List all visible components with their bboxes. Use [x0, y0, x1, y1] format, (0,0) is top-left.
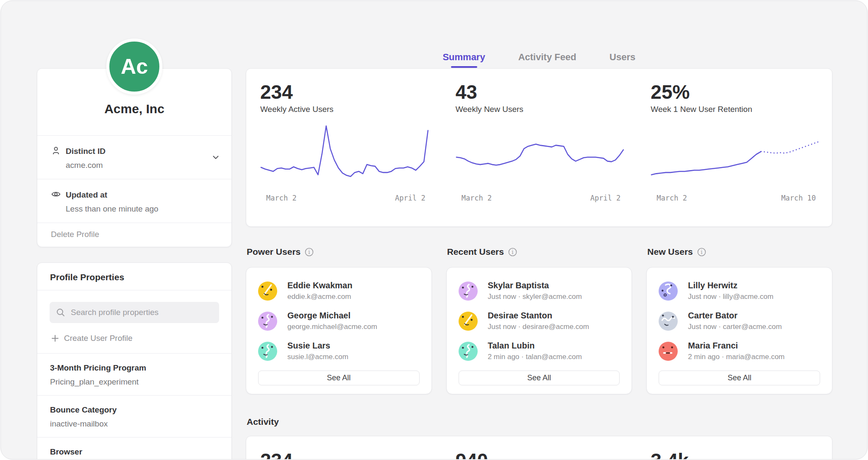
tab-users[interactable]: Users: [609, 52, 636, 68]
user-avatar: [459, 342, 478, 361]
info-icon[interactable]: i: [697, 248, 706, 256]
tab-activity-feed[interactable]: Activity Feed: [518, 52, 576, 68]
tab-bar: SummaryActivity FeedUsers: [246, 52, 832, 68]
user-list-item-george-michael[interactable]: George Michaelgeorge.michael@acme.com: [258, 310, 420, 332]
stat-value: 25%: [651, 81, 819, 103]
see-all-button[interactable]: See All: [459, 371, 620, 385]
profile-row-updated-at: Updated atLess than one minute ago: [37, 179, 231, 223]
user-list-item-maria-franci[interactable]: Maria Franci2 min ago · maria@acme.com: [659, 340, 820, 362]
user-list-item-skylar-baptista[interactable]: Skylar BaptistaJust now · skyler@acme.co…: [459, 280, 620, 301]
create-user-profile-label: Create User Profile: [64, 334, 133, 343]
property-item-3-month-pricing-program[interactable]: 3-Month Pricing ProgramPricing_plan_expe…: [37, 354, 231, 396]
stat-week-1-new-user-retention: 25%Week 1 New User RetentionMarch 2March…: [637, 81, 832, 226]
user-meta: Just now · carter@acme.com: [688, 322, 782, 332]
profile-row-value: acme.com: [66, 160, 106, 170]
user-name: Lilly Herwitz: [688, 280, 773, 291]
user-avatar: [258, 312, 277, 331]
profile-properties-title: Profile Properties: [37, 263, 231, 290]
user-name: Maria Franci: [688, 340, 785, 351]
user-name: Eddie Kwakman: [287, 280, 352, 291]
user-name: Carter Bator: [688, 310, 782, 321]
search-profile-properties-input[interactable]: [71, 308, 213, 317]
see-all-button[interactable]: See All: [258, 371, 420, 385]
section-header: Recent Usersi: [447, 247, 632, 257]
user-meta: Just now · desirare@acme.com: [488, 322, 589, 332]
section-new-users: New UsersiLilly HerwitzJust now · lilly@…: [646, 247, 832, 394]
profile-properties-card: Profile Properties Create User Profile 3…: [37, 262, 232, 460]
profile-rows: Distinct IDacme.comUpdated atLess than o…: [37, 135, 231, 223]
tab-label: Users: [609, 52, 636, 63]
user-list-item-lilly-herwitz[interactable]: Lilly HerwitzJust now · lilly@acme.com: [659, 280, 820, 301]
activity-card: 2349403.4k: [246, 436, 832, 460]
user-meta: susie.l@acme.com: [287, 352, 348, 362]
activity-stat-value: 234: [260, 450, 429, 460]
user-list-card: Eddie Kwakmaneddie.k@acme.comGeorge Mich…: [246, 267, 432, 394]
delete-profile-row: Delete Profile: [37, 223, 231, 247]
user-meta: 2 min ago · maria@acme.com: [688, 352, 785, 362]
user-list-item-eddie-kwakman[interactable]: Eddie Kwakmaneddie.k@acme.com: [258, 280, 420, 301]
tab-summary[interactable]: Summary: [442, 52, 485, 68]
user-meta: 2 min ago · talan@acme.com: [488, 352, 582, 362]
delete-profile-button[interactable]: Delete Profile: [51, 230, 99, 239]
search-profile-properties[interactable]: [50, 302, 219, 323]
section-header: Power Usersi: [247, 247, 432, 257]
profile-row-distinct-id: Distinct IDacme.com: [37, 135, 231, 179]
user-name: George Michael: [287, 310, 377, 321]
sparkline-chart: [456, 123, 624, 185]
activity-title: Activity: [247, 417, 279, 427]
see-all-button[interactable]: See All: [659, 371, 820, 385]
activity-stat-value: 3.4k: [651, 450, 819, 460]
svg-text:i: i: [512, 249, 513, 255]
app-frame: Ac Acme, Inc Distinct IDacme.comUpdated …: [0, 0, 868, 460]
user-sections: Power UsersiEddie Kwakmaneddie.k@acme.co…: [246, 247, 832, 394]
user-list-card: Lilly HerwitzJust now · lilly@acme.comCa…: [646, 267, 832, 394]
user-meta: Just now · lilly@acme.com: [688, 292, 773, 301]
profile-row-value: Less than one minute ago: [66, 204, 159, 214]
user-name: Desirae Stanton: [488, 310, 589, 321]
user-name: Skylar Baptista: [488, 280, 582, 291]
search-icon: [56, 308, 65, 317]
profile-properties-list: 3-Month Pricing ProgramPricing_plan_expe…: [37, 354, 231, 460]
user-avatar: [659, 282, 678, 301]
info-icon[interactable]: i: [508, 248, 517, 256]
stat-label: Week 1 New User Retention: [651, 105, 819, 114]
property-item-bounce-category[interactable]: Bounce Categoryinactive-mailbox: [37, 396, 231, 438]
property-name: 3-Month Pricing Program: [50, 362, 219, 373]
user-meta: george.michael@acme.com: [287, 322, 377, 332]
activity-stat: 234: [246, 450, 442, 460]
create-user-profile-button[interactable]: Create User Profile: [37, 334, 231, 354]
person-icon: [51, 145, 62, 156]
stat-value: 234: [260, 81, 429, 103]
section-title: Power Users: [247, 247, 300, 257]
x-axis-end-label: April 2: [395, 194, 426, 202]
x-axis-start-label: March 2: [657, 194, 687, 202]
x-axis-start-label: March 2: [462, 194, 492, 202]
user-avatar: [659, 312, 678, 331]
user-list-item-talan-lubin[interactable]: Talan Lubin2 min ago · talan@acme.com: [459, 340, 620, 362]
tab-label: Activity Feed: [518, 52, 576, 63]
stat-sparkline: [651, 123, 819, 187]
tab-active-underline: [534, 66, 560, 68]
property-item-browser[interactable]: BrowserChrome: [37, 438, 231, 460]
user-meta: eddie.k@acme.com: [287, 292, 352, 301]
profile-row-label: Distinct ID: [66, 146, 106, 157]
svg-text:i: i: [701, 249, 702, 255]
sidebar: Ac Acme, Inc Distinct IDacme.comUpdated …: [37, 39, 232, 460]
info-icon[interactable]: i: [305, 248, 314, 256]
user-list-item-carter-bator[interactable]: Carter BatorJust now · carter@acme.com: [659, 310, 820, 332]
user-list-item-susie-lars[interactable]: Susie Larssusie.l@acme.com: [258, 340, 420, 362]
section-title: Recent Users: [447, 247, 504, 257]
section-recent-users: Recent UsersiSkylar BaptistaJust now · s…: [446, 247, 632, 394]
user-list-item-desirae-stanton[interactable]: Desirae StantonJust now · desirare@acme.…: [459, 310, 620, 332]
sparkline-chart: [260, 123, 429, 185]
property-value: inactive-mailbox: [50, 419, 219, 429]
x-axis-end-label: March 10: [781, 194, 816, 202]
stat-label: Weekly New Users: [456, 105, 624, 114]
stat-label: Weekly Active Users: [260, 105, 429, 114]
company-avatar: Ac: [106, 39, 162, 95]
chevron-down-icon[interactable]: [211, 153, 220, 162]
user-name: Talan Lubin: [488, 340, 582, 351]
user-avatar: [258, 342, 277, 361]
property-name: Browser: [50, 446, 219, 457]
user-avatar: [459, 282, 478, 301]
